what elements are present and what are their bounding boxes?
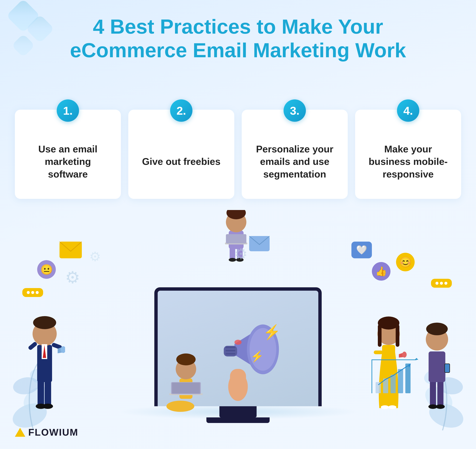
illustration-area: ⚡ ⚡	[0, 227, 476, 449]
person-sitting-laptop	[165, 352, 206, 412]
svg-point-54	[381, 405, 389, 409]
svg-point-60	[426, 323, 448, 335]
monitor-stand	[219, 406, 257, 417]
person-suit-megaphone	[24, 308, 65, 412]
svg-point-16	[234, 340, 242, 345]
svg-rect-46	[226, 234, 246, 243]
svg-point-31	[166, 401, 194, 412]
speech-bubble-left	[22, 288, 43, 297]
dot-1	[27, 291, 30, 294]
svg-rect-21	[45, 376, 51, 406]
svg-rect-69	[398, 369, 403, 393]
svg-rect-68	[391, 375, 396, 393]
gear-icon-3: ⚙	[234, 245, 248, 263]
card-number-2: 2.	[170, 99, 193, 122]
envelope-blue	[249, 236, 270, 252]
svg-point-64	[436, 404, 445, 409]
svg-rect-20	[38, 376, 44, 406]
smiley-purple: 😐	[37, 260, 56, 279]
dot-3	[36, 291, 39, 294]
svg-rect-70	[405, 364, 411, 393]
logo-triangle-icon	[15, 428, 25, 437]
logo: FLOWIUM	[15, 427, 78, 438]
monitor-base	[206, 417, 270, 423]
svg-rect-56	[430, 378, 436, 407]
svg-rect-13	[226, 347, 235, 348]
svg-point-55	[388, 405, 397, 409]
svg-rect-28	[28, 341, 38, 350]
svg-point-23	[43, 404, 53, 409]
svg-rect-52	[374, 350, 383, 354]
card-2: 2. Give out freebies	[128, 110, 234, 199]
card-text-3: Personalize your emails and use segmenta…	[251, 143, 338, 181]
svg-rect-50	[378, 325, 382, 347]
dot-r1	[436, 282, 438, 285]
bar-chart	[370, 356, 418, 397]
dot-r2	[440, 282, 443, 285]
cards-row: 1. Use an email marketing software 2. Gi…	[15, 110, 461, 199]
svg-rect-14	[226, 350, 235, 351]
logo-brand-text: FLOWIUM	[28, 427, 78, 438]
gear-icon-2: ⚙	[89, 249, 101, 264]
svg-rect-51	[396, 325, 399, 347]
svg-point-34	[176, 354, 196, 365]
svg-rect-57	[437, 378, 443, 407]
svg-rect-9	[230, 369, 246, 397]
page-title: 4 Best Practices to Make Your eCommerce …	[37, 15, 439, 62]
card-number-4: 4.	[397, 99, 419, 122]
svg-rect-37	[172, 383, 200, 393]
svg-text:⚡: ⚡	[250, 350, 264, 363]
svg-rect-47	[382, 345, 395, 356]
heart-speech-bubble: 🤍	[351, 241, 372, 258]
svg-point-25	[33, 316, 56, 329]
svg-rect-58	[429, 351, 445, 382]
dot-r3	[444, 282, 447, 285]
header: 4 Best Practices to Make Your eCommerce …	[0, 15, 476, 62]
dot-2	[31, 291, 34, 294]
card-1: 1. Use an email marketing software	[15, 110, 121, 199]
speech-bubble-right	[431, 279, 452, 288]
svg-text:⚡: ⚡	[263, 324, 281, 341]
envelope-yellow	[59, 241, 82, 259]
smiley-yellow: 😊	[396, 253, 415, 271]
card-3: 3. Personalize your emails and use segme…	[242, 110, 348, 199]
svg-rect-15	[226, 353, 235, 355]
card-text-1: Use an email marketing software	[24, 143, 112, 181]
card-text-4: Make your business mobile-responsive	[364, 143, 452, 181]
gear-icon-1: ⚙	[65, 268, 80, 287]
card-number-1: 1.	[57, 99, 79, 122]
card-number-3: 3.	[283, 99, 306, 122]
thumbs-up-purple: 👍	[372, 262, 391, 281]
person-dark-suit	[420, 319, 454, 412]
card-4: 4. Make your business mobile-responsive	[355, 110, 461, 199]
svg-rect-62	[445, 364, 449, 372]
card-text-2: Give out freebies	[142, 155, 221, 168]
svg-marker-65	[415, 358, 418, 360]
